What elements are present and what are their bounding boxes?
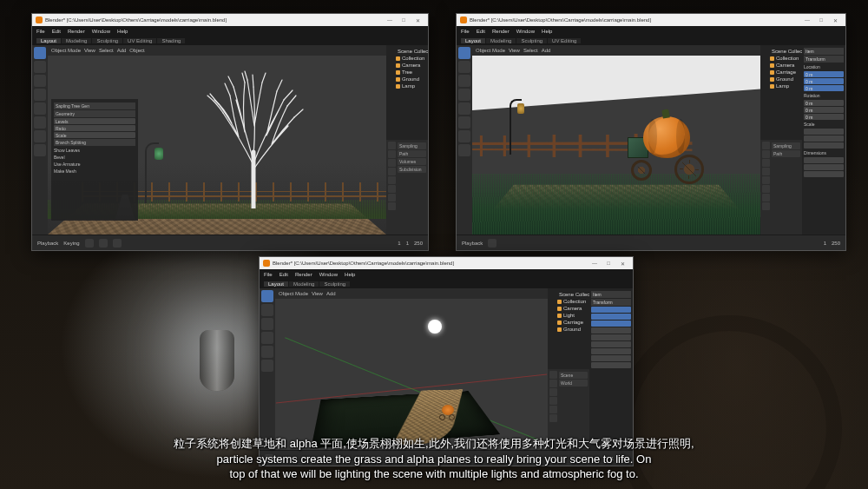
prop-volumes[interactable]: Volumes	[398, 158, 426, 165]
rotate-tool[interactable]	[261, 332, 273, 344]
scl-z[interactable]	[804, 142, 844, 149]
maximize-button[interactable]: □	[602, 261, 615, 266]
frame-current[interactable]: 1	[398, 241, 400, 246]
tab-modeling[interactable]: Modeling	[62, 38, 91, 43]
prop-tab-world[interactable]	[549, 397, 557, 405]
mode-selector[interactable]: Object Mode	[476, 48, 505, 53]
prop-tab-scene[interactable]	[549, 388, 557, 396]
mode-selector[interactable]: Object Mode	[51, 48, 81, 53]
prop-tab-object[interactable]	[388, 185, 396, 193]
prop-tab-modifier[interactable]	[388, 194, 396, 202]
minimize-button[interactable]: —	[383, 17, 397, 23]
dim-y[interactable]	[804, 164, 844, 170]
prop-path[interactable]: Path	[398, 150, 426, 157]
outliner-ground[interactable]: Ground	[550, 326, 587, 333]
cursor-tool[interactable]	[34, 61, 46, 73]
prop-tab-scene[interactable]	[388, 168, 396, 175]
prop-tab-view[interactable]	[388, 159, 396, 167]
transform-header[interactable]: Transform	[804, 56, 844, 63]
select-tool[interactable]	[34, 47, 46, 59]
prop-tab-physics[interactable]	[762, 202, 770, 210]
frame-current[interactable]: 1	[824, 241, 826, 246]
menu-help[interactable]: Help	[117, 29, 128, 34]
titlebar[interactable]: Blender* [C:\Users\User\Desktop\Others\C…	[260, 257, 633, 269]
field-ratio[interactable]: Ratio	[54, 125, 135, 131]
prop-tab-output[interactable]	[388, 150, 396, 158]
outliner-collection[interactable]: Collection	[389, 55, 425, 62]
mode-selector[interactable]: Object Mode	[279, 291, 308, 296]
menu-window[interactable]: Window	[92, 29, 110, 34]
prop-tab-render[interactable]	[549, 371, 557, 379]
vp-select[interactable]: Select	[99, 48, 114, 53]
3d-viewport[interactable]: Object Mode View Select Add Object	[48, 45, 386, 235]
minimize-button[interactable]: —	[800, 17, 814, 23]
prop-tab-output[interactable]	[549, 380, 557, 387]
scl-y[interactable]	[804, 135, 844, 142]
titlebar[interactable]: Blender* [C:\Users\User\Desktop\Others\C…	[32, 14, 428, 26]
scl-x[interactable]	[591, 348, 631, 354]
loc-x[interactable]	[591, 307, 631, 313]
cursor-tool[interactable]	[261, 304, 273, 316]
outliner-scene[interactable]: Scene Collection	[763, 48, 799, 55]
outliner-ground[interactable]: Ground	[763, 76, 799, 83]
select-tool[interactable]	[261, 290, 273, 302]
outliner-lamp[interactable]: Lamp	[763, 83, 799, 89]
tl-playback[interactable]: Playback	[462, 241, 483, 246]
tl-keying[interactable]: Keying	[63, 241, 79, 246]
menu-render[interactable]: Render	[68, 29, 85, 34]
cb-mesh[interactable]: Make Mesh	[54, 169, 135, 174]
menu-window[interactable]: Window	[319, 272, 338, 277]
3d-viewport[interactable]: Object Mode View Select Add	[472, 45, 760, 235]
tab-sculpting[interactable]: Sculpting	[92, 38, 122, 43]
transform-tool[interactable]	[34, 116, 46, 129]
menu-render[interactable]: Render	[295, 272, 312, 277]
menu-help[interactable]: Help	[542, 29, 552, 34]
outliner-collection[interactable]: Collection	[763, 55, 799, 62]
loc-x[interactable]: 0 m	[804, 71, 844, 77]
item-header[interactable]: Item	[591, 291, 631, 298]
jump-start-button[interactable]	[85, 239, 94, 248]
transform-tool[interactable]	[458, 116, 470, 129]
prop-tab-object[interactable]	[549, 406, 557, 413]
prop-tab-render[interactable]	[388, 142, 396, 149]
vp-view[interactable]: View	[84, 48, 95, 53]
annotate-tool[interactable]	[458, 130, 470, 142]
prop-tab-modifier[interactable]	[762, 185, 770, 193]
move-tool[interactable]	[458, 75, 470, 87]
tab-sculpting[interactable]: Sculpting	[319, 281, 350, 287]
vp-select[interactable]: Select	[523, 48, 538, 53]
prop-tab-particle[interactable]	[762, 194, 770, 202]
outliner[interactable]: Scene Collection Collection Camera Carri…	[760, 45, 802, 140]
vp-object[interactable]: Object	[129, 48, 144, 53]
prop-tab-scene[interactable]	[762, 159, 770, 167]
prop-sampling[interactable]: Sampling	[398, 142, 426, 149]
close-button[interactable]: ✕	[615, 261, 629, 267]
vp-view[interactable]: View	[312, 291, 323, 296]
prop-subdiv[interactable]: Subdivision	[398, 166, 426, 173]
dim-z[interactable]	[804, 171, 844, 177]
outliner-scene[interactable]: Scene Collection	[389, 48, 425, 55]
minimize-button[interactable]: —	[588, 261, 602, 266]
prop-tab-particle[interactable]	[388, 202, 396, 210]
field-levels[interactable]: Levels	[54, 118, 135, 124]
maximize-button[interactable]: □	[397, 17, 411, 23]
properties-panel[interactable]: Sampling Path	[760, 140, 802, 235]
measure-tool[interactable]	[34, 144, 46, 156]
menu-help[interactable]: Help	[345, 272, 355, 277]
outliner-scene[interactable]: Scene Collection	[550, 291, 587, 298]
item-header[interactable]: Item	[804, 48, 844, 55]
scale-tool[interactable]	[261, 346, 273, 358]
menu-edit[interactable]: Edit	[52, 29, 61, 34]
operator-panel[interactable]: Sapling Tree Gen Geometry Levels Ratio S…	[51, 99, 138, 221]
outliner-camera[interactable]: Camera	[550, 305, 587, 312]
transform-header[interactable]: Transform	[591, 299, 631, 306]
rot-x[interactable]	[591, 327, 631, 334]
cb-armature[interactable]: Use Armature	[54, 162, 135, 167]
timeline[interactable]: Playback Keying 1 1 250	[32, 235, 428, 250]
annotate-tool[interactable]	[34, 130, 46, 142]
prop-tab-render[interactable]	[762, 142, 770, 149]
tab-modeling[interactable]: Modeling	[486, 38, 516, 43]
timeline[interactable]: Playback 1 250	[457, 235, 845, 250]
outliner-light[interactable]: Light	[550, 312, 587, 319]
tab-uv[interactable]: UV Editing	[548, 38, 581, 43]
